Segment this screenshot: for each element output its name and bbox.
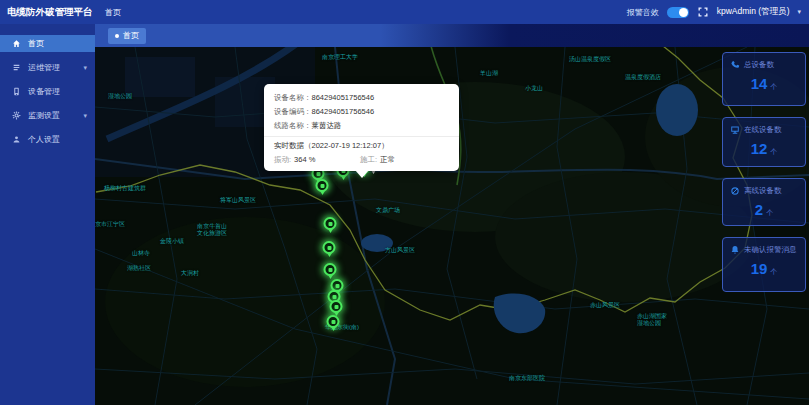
metric-label: 振动: [274, 155, 291, 164]
stat-card-monitor[interactable]: 在线设备数12个 [722, 117, 806, 167]
stat-card-head: 未确认报警消息 [730, 245, 798, 255]
ops-icon [12, 63, 21, 72]
popup-row-value: 莱茵达路 [312, 121, 342, 130]
tab-bar: 首页 [95, 24, 809, 47]
realtime-data-line: 实时数据（2022-07-19 12:12:07） [274, 140, 449, 152]
sidebar-item-label: 设备管理 [28, 86, 87, 97]
realtime-timestamp: （2022-07-19 12:12:07） [304, 141, 389, 150]
device-icon [12, 87, 21, 96]
stat-card-offline[interactable]: 离线设备数2个 [722, 178, 806, 226]
popup-row: 设备编码：864294051756546 [274, 105, 449, 119]
stat-card-phone[interactable]: 总设备数14个 [722, 52, 806, 106]
stat-card-unit: 个 [770, 83, 777, 90]
alarm-sound-label: 报警音效 [627, 7, 659, 18]
metric-value: 正常 [380, 155, 395, 164]
sidebar-item-user[interactable]: 个人设置 [0, 131, 95, 148]
marker-head-icon [327, 315, 340, 328]
popup-metric: 振动:364 % [274, 155, 360, 165]
map-canvas[interactable]: 湿地公园杨柳村古建筑群南京市江宁区将军山风景区南京牛首山 文化旅游区金陵小镇山林… [95, 47, 809, 405]
sidebar-item-label: 监测设置 [28, 110, 83, 121]
sidebar: 电缆防外破管理平台 首页运维管理▾设备管理监测设置▾个人设置 [0, 0, 95, 405]
stat-card-value: 2个 [730, 201, 798, 219]
stat-card-unit: 个 [766, 209, 773, 216]
stat-card-number: 19 [751, 260, 768, 277]
marker-head-icon [330, 300, 343, 313]
stat-card-title: 离线设备数 [744, 186, 782, 196]
stat-card-value: 19个 [730, 260, 798, 278]
chevron-down-icon: ▾ [83, 64, 87, 72]
stat-card-value: 14个 [730, 75, 798, 93]
fullscreen-icon[interactable] [697, 6, 709, 18]
stat-card-value: 12个 [730, 140, 798, 158]
app-window: 电缆防外破管理平台 首页运维管理▾设备管理监测设置▾个人设置 首页 报警音效 k… [0, 0, 809, 405]
sidebar-item-home[interactable]: 首页 [0, 35, 95, 52]
header-right-cluster: 报警音效 kpwAdmin (管理员) ▾ [627, 6, 809, 18]
popup-metric: 施工:正常 [360, 155, 446, 165]
monitor-icon [730, 125, 740, 135]
offline-icon [730, 186, 740, 196]
sidebar-item-device[interactable]: 设备管理 [0, 83, 95, 100]
chevron-down-icon: ▾ [83, 112, 87, 120]
popup-row-label: 线路名称： [274, 121, 312, 130]
stat-card-head: 总设备数 [730, 60, 798, 70]
sidebar-item-label: 运维管理 [28, 62, 83, 73]
stat-cards-panel: 总设备数14个在线设备数12个离线设备数2个未确认报警消息19个 [722, 52, 806, 292]
marker-head-icon [324, 263, 337, 276]
breadcrumb[interactable]: 首页 [105, 7, 121, 18]
alarm-sound-toggle[interactable] [667, 7, 689, 18]
stat-card-unit: 个 [770, 148, 777, 155]
stat-card-unit: 个 [770, 268, 777, 275]
device-popup: 设备名称：864294051756546设备编码：864294051756546… [264, 84, 459, 171]
stat-card-title: 总设备数 [744, 60, 774, 70]
realtime-label: 实时数据 [274, 141, 304, 150]
app-title: 电缆防外破管理平台 [0, 0, 95, 24]
sidebar-item-label: 个人设置 [28, 134, 87, 145]
popup-row-label: 设备编码： [274, 107, 312, 116]
device-marker[interactable] [324, 263, 337, 280]
sidebar-item-label: 首页 [28, 38, 87, 49]
stat-card-head: 离线设备数 [730, 186, 798, 196]
popup-divider [264, 136, 459, 137]
chevron-down-icon[interactable]: ▾ [797, 8, 801, 16]
device-popup-rows: 设备名称：864294051756546设备编码：864294051756546… [274, 91, 449, 133]
metric-value: 364 % [294, 155, 315, 164]
popup-row: 设备名称：864294051756546 [274, 91, 449, 105]
stat-card-number: 12 [751, 140, 768, 157]
stat-card-title: 未确认报警消息 [744, 245, 797, 255]
user-icon [12, 135, 21, 144]
phone-icon [730, 60, 740, 70]
marker-head-icon [324, 217, 337, 230]
popup-row-label: 设备名称： [274, 93, 312, 102]
marker-head-icon [316, 179, 329, 192]
stat-card-bell[interactable]: 未确认报警消息19个 [722, 237, 806, 292]
active-tab-dot-icon [115, 34, 119, 38]
tab-home[interactable]: 首页 [108, 28, 146, 44]
sidebar-item-gear[interactable]: 监测设置▾ [0, 107, 95, 124]
device-marker[interactable] [316, 179, 329, 196]
device-marker[interactable] [323, 241, 336, 258]
stat-card-title: 在线设备数 [744, 125, 782, 135]
home-icon [12, 39, 21, 48]
popup-row: 线路名称：莱茵达路 [274, 119, 449, 133]
user-menu[interactable]: kpwAdmin (管理员) [717, 6, 790, 18]
popup-metrics: 振动:364 %施工:正常 [274, 155, 449, 165]
gear-icon [12, 111, 21, 120]
sidebar-menu: 首页运维管理▾设备管理监测设置▾个人设置 [0, 24, 95, 148]
popup-row-value: 864294051756546 [312, 93, 375, 102]
tab-home-label: 首页 [123, 30, 139, 41]
metric-label: 施工: [360, 155, 377, 164]
device-marker[interactable] [327, 315, 340, 332]
stat-card-number: 2 [755, 201, 763, 218]
marker-head-icon [323, 241, 336, 254]
device-marker[interactable] [324, 217, 337, 234]
sidebar-item-ops[interactable]: 运维管理▾ [0, 59, 95, 76]
bell-icon [730, 245, 740, 255]
stat-card-head: 在线设备数 [730, 125, 798, 135]
popup-row-value: 864294051756546 [312, 107, 375, 116]
top-header: 首页 报警音效 kpwAdmin (管理员) ▾ [95, 0, 809, 24]
stat-card-number: 14 [751, 75, 768, 92]
